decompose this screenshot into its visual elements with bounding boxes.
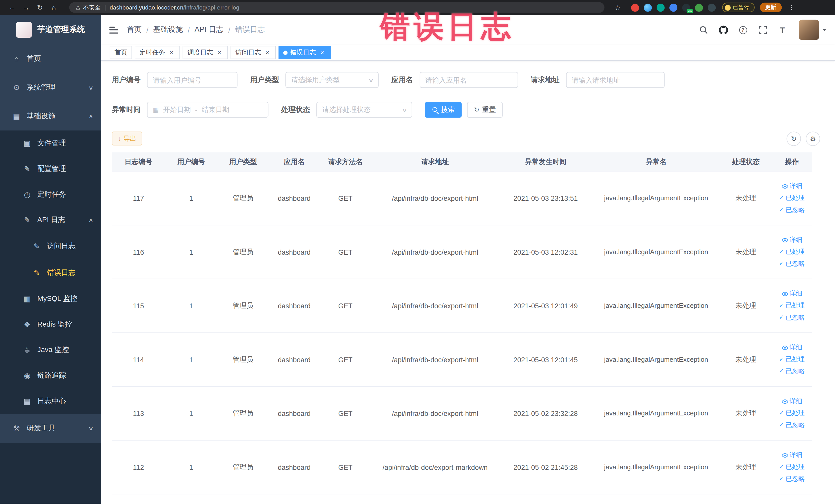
sidebar-item-system[interactable]: ⚙ 系统管理 ∨: [0, 73, 101, 102]
layers-icon: ❖: [21, 320, 33, 329]
detail-link[interactable]: 详细: [781, 343, 802, 353]
browser-menu-icon[interactable]: ⋮: [785, 4, 798, 11]
url-path: /infra/log/api-error-log: [183, 4, 239, 11]
tab-schedule-log[interactable]: 调度日志 ×: [183, 46, 228, 59]
extension-teal-icon[interactable]: [657, 3, 665, 11]
table-row: 115 1 管理员 dashboard GET /api/infra/db-do…: [112, 279, 812, 333]
sidebar-item-access-log[interactable]: ✎ 访问日志: [0, 233, 101, 260]
ignored-link[interactable]: ✓已忽略: [779, 366, 805, 377]
font-size-icon[interactable]: T: [777, 24, 788, 35]
sidebar-item-error-log[interactable]: ✎ 错误日志: [0, 259, 101, 286]
detail-link[interactable]: 详细: [781, 181, 802, 191]
bookmark-star-icon[interactable]: ☆: [611, 3, 625, 11]
processed-link[interactable]: ✓已处理: [779, 247, 805, 257]
processed-link[interactable]: ✓已处理: [779, 355, 805, 365]
sidebar-item-scheduled-job[interactable]: ◷ 定时任务: [0, 182, 101, 207]
detail-link[interactable]: 详细: [781, 289, 802, 299]
extension-grid-icon[interactable]: [669, 3, 677, 11]
table-cell: GET: [320, 333, 371, 386]
sidebar-item-home[interactable]: ⌂ 首页: [0, 44, 101, 73]
date-start-placeholder: 开始日期: [163, 105, 191, 115]
ignored-link[interactable]: ✓已忽略: [779, 313, 805, 323]
update-button[interactable]: 更新: [760, 3, 781, 12]
breadcrumb-infra[interactable]: 基础设施: [153, 25, 183, 35]
extension-red-icon[interactable]: [631, 3, 639, 11]
breadcrumb-api-log[interactable]: API 日志: [195, 25, 224, 35]
reload-icon[interactable]: ↻: [33, 3, 47, 11]
ignored-link[interactable]: ✓已忽略: [779, 420, 805, 430]
process-status-select[interactable]: 请选择处理状态 ∨: [316, 102, 412, 118]
close-icon[interactable]: ×: [319, 49, 326, 56]
processed-link[interactable]: ✓已处理: [779, 193, 805, 203]
sidebar-item-api-log[interactable]: ✎ API 日志 ∧: [0, 207, 101, 233]
tab-scheduled-job[interactable]: 定时任务 ×: [135, 46, 180, 59]
app-root: ← → ↻ ⌂ ⚠ 不安全 dashboard.yudao.iocoder.cn…: [0, 0, 835, 504]
user-id-input[interactable]: [147, 72, 238, 88]
column-settings-button[interactable]: ⚙: [806, 132, 820, 146]
reset-button[interactable]: ↻ 重置: [467, 102, 503, 118]
breadcrumb-separator: /: [147, 26, 149, 34]
table-cell: 114: [112, 333, 165, 386]
detail-link[interactable]: 详细: [781, 450, 802, 461]
extension-on-icon[interactable]: on: [682, 3, 690, 11]
chevron-down-icon: ∨: [88, 425, 94, 431]
check-icon: ✓: [779, 367, 784, 376]
back-icon[interactable]: ←: [5, 3, 19, 11]
processed-link[interactable]: ✓已处理: [779, 408, 805, 419]
ignored-link[interactable]: ✓已忽略: [779, 259, 805, 269]
help-icon[interactable]: ?: [737, 24, 748, 35]
extension-drop-icon[interactable]: [644, 3, 652, 11]
tab-access-log[interactable]: 访问日志 ×: [230, 46, 276, 59]
close-icon[interactable]: ×: [168, 49, 175, 56]
table-header: 日志编号 用户编号 用户类型 应用名 请求方法名 请求地址 异常发生时间 异常名…: [112, 152, 812, 172]
table-cell: 2021-05-02 21:45:28: [499, 441, 592, 494]
table-cell: java.lang.IllegalArgumentException: [592, 387, 720, 440]
export-button[interactable]: ↓ 导出: [112, 132, 142, 145]
ignored-link[interactable]: ✓已忽略: [779, 474, 805, 484]
address-bar[interactable]: ⚠ 不安全 dashboard.yudao.iocoder.cn/infra/l…: [69, 2, 605, 13]
column-header: 日志编号: [112, 152, 165, 171]
user-menu[interactable]: [799, 20, 827, 40]
tab-error-log[interactable]: 错误日志 ×: [279, 46, 331, 59]
hamburger-icon[interactable]: [101, 15, 125, 45]
detail-link[interactable]: 详细: [781, 235, 802, 245]
sidebar-item-java-monitor[interactable]: ☕ Java 监控: [0, 337, 101, 363]
ignored-link[interactable]: ✓已忽略: [779, 205, 805, 215]
paused-badge[interactable]: 已暂停: [722, 3, 754, 12]
fullscreen-icon[interactable]: [757, 24, 768, 35]
table-cell: /api/infra/db-doc/export-html: [371, 225, 499, 279]
processed-link[interactable]: ✓已处理: [779, 462, 805, 472]
close-icon[interactable]: ×: [264, 49, 271, 56]
browser-home-icon[interactable]: ⌂: [47, 3, 61, 11]
extension-sprout-icon[interactable]: [695, 3, 703, 11]
sidebar-item-dev-tools[interactable]: ⚒ 研发工具 ∨: [0, 414, 101, 443]
search-icon[interactable]: [698, 24, 709, 35]
sidebar-logo: 芋道管理系统: [0, 15, 101, 44]
column-header: 操作: [772, 152, 812, 171]
detail-link[interactable]: 详细: [781, 397, 802, 407]
tab-home[interactable]: 首页: [109, 46, 132, 59]
search-button[interactable]: 搜索: [425, 102, 462, 118]
close-icon[interactable]: ×: [216, 49, 223, 56]
breadcrumb-home[interactable]: 首页: [127, 25, 142, 35]
sidebar-item-config-manage[interactable]: ✎ 配置管理: [0, 156, 101, 182]
grid-icon: ▦: [21, 295, 33, 303]
user-type-select[interactable]: 请选择用户类型 ∨: [285, 72, 379, 88]
table-cell: 1: [165, 333, 217, 386]
sidebar-item-log-center[interactable]: ▤ 日志中心: [0, 388, 101, 414]
refresh-button[interactable]: ↻: [787, 132, 801, 146]
exception-time-range[interactable]: ▦ 开始日期 - 结束日期: [147, 102, 268, 118]
forward-icon[interactable]: →: [19, 3, 33, 11]
extension-paw-icon[interactable]: [708, 3, 716, 11]
sidebar-item-trace[interactable]: ◉ 链路追踪: [0, 363, 101, 388]
sidebar-item-mysql-monitor[interactable]: ▦ MySQL 监控: [0, 286, 101, 312]
sidebar-item-file-manage[interactable]: ▣ 文件管理: [0, 130, 101, 156]
app-name-input[interactable]: [420, 72, 518, 88]
column-header: 异常发生时间: [499, 152, 592, 171]
sidebar-item-infra[interactable]: ▤ 基础设施 ∧: [0, 102, 101, 130]
sidebar-item-redis-monitor[interactable]: ❖ Redis 监控: [0, 312, 101, 337]
table-cell: dashboard: [269, 333, 320, 386]
request-url-input[interactable]: [566, 72, 664, 88]
github-icon[interactable]: [718, 24, 729, 35]
processed-link[interactable]: ✓已处理: [779, 301, 805, 311]
